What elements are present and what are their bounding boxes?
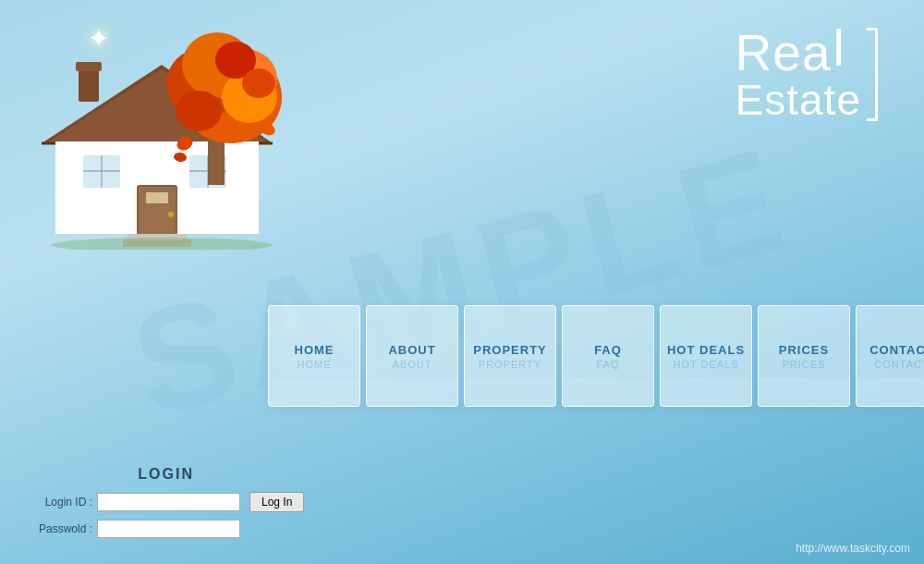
nav-property-shadow: PROPERTY [479, 359, 541, 370]
sparkle-icon: ✦ [88, 23, 109, 54]
house-illustration: ✦ [18, 9, 296, 250]
nav-prices-button[interactable]: PRICES PRICES [758, 305, 850, 407]
login-password-row: Passwold : [28, 520, 304, 538]
nav-contact-label: CONTACT [869, 343, 924, 357]
login-password-label: Passwold : [28, 522, 92, 535]
nav-property-label: PROPERTY [473, 343, 547, 357]
login-password-input[interactable] [97, 520, 240, 538]
nav-prices-shadow: PRICES [783, 359, 826, 370]
login-id-label: Login ID : [28, 496, 92, 509]
svg-point-28 [242, 68, 275, 98]
logo-line2: Estate [736, 76, 861, 124]
nav-faq-label: FAQ [594, 343, 622, 357]
nav-hotdeals-shadow: HOT DEALS [673, 359, 738, 370]
nav-home-button[interactable]: HOME HOME [268, 305, 360, 407]
nav-property-button[interactable]: PROPERTY PROPERTY [464, 305, 556, 407]
login-button[interactable]: Log In [249, 492, 304, 512]
nav-home-shadow: HOME [298, 359, 332, 370]
nav-home-label: HOME [295, 343, 334, 357]
nav-hotdeals-label: HOT DEALS [667, 343, 745, 357]
nav-faq-shadow: FAQ [596, 359, 619, 370]
svg-rect-15 [157, 192, 168, 203]
login-id-input[interactable] [97, 493, 240, 511]
svg-point-19 [51, 238, 273, 250]
nav-hotdeals-button[interactable]: HOT DEALS HOT DEALS [660, 305, 752, 407]
nav-faq-button[interactable]: FAQ FAQ [562, 305, 654, 407]
logo: Rea l Estate [736, 28, 878, 121]
login-title: LOGIN [28, 466, 304, 483]
svg-rect-14 [146, 192, 157, 203]
svg-point-26 [176, 91, 222, 131]
login-id-row: Login ID : Log In [28, 492, 304, 512]
svg-point-16 [168, 212, 174, 217]
nav-about-label: ABOUT [388, 343, 435, 357]
nav-about-button[interactable]: ABOUT ABOUT [366, 305, 458, 407]
nav-contact-shadow: CONTACT [874, 359, 924, 370]
nav-about-shadow: ABOUT [393, 359, 432, 370]
nav-prices-label: PRICES [779, 343, 829, 357]
nav-contact-button[interactable]: CONTACT CONTACT [856, 305, 924, 407]
nav-container: HOME HOME ABOUT ABOUT PROPERTY PROPERTY … [268, 305, 924, 407]
website-url: http://www.taskcity.com [796, 542, 910, 555]
logo-line1: Rea [736, 28, 832, 79]
login-section: LOGIN Login ID : Log In Passwold : [28, 466, 304, 546]
svg-rect-1 [76, 62, 102, 71]
